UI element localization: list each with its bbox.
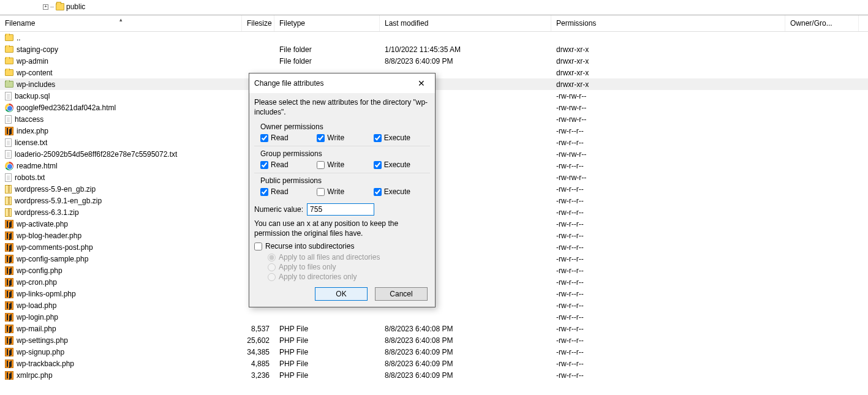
- public-write-checkbox[interactable]: Write: [317, 187, 373, 196]
- numeric-value-input[interactable]: [307, 203, 374, 216]
- owner-write-checkbox[interactable]: Write: [317, 134, 373, 142]
- file-name: wp-includes: [17, 80, 55, 89]
- php-icon: [5, 266, 13, 275]
- file-name: wp-admin: [17, 57, 48, 66]
- tree-expand-icon[interactable]: +: [43, 4, 48, 10]
- file-name: staging-copy: [17, 45, 58, 54]
- file-permissions: -rw-r--r--: [551, 266, 785, 275]
- file-modified: 1/10/2022 11:45:35 AM: [380, 45, 551, 54]
- group-permissions-group: Group permissions Read Write Execute: [254, 148, 430, 173]
- file-name: wp-links-opml.php: [17, 290, 76, 298]
- file-icon: [5, 173, 12, 182]
- file-permissions: drwxr-xr-x: [551, 45, 785, 54]
- group-permissions-label: Group permissions: [260, 149, 430, 158]
- table-row[interactable]: staging-copyFile folder1/10/2022 11:45:3…: [0, 43, 868, 55]
- file-icon: [5, 115, 12, 124]
- php-icon: [5, 348, 13, 356]
- public-read-checkbox[interactable]: Read: [260, 187, 317, 196]
- file-modified: 8/8/2023 6:40:09 PM: [380, 57, 551, 66]
- php-icon: [5, 220, 13, 228]
- header-permissions[interactable]: Permissions: [551, 15, 785, 31]
- tree-folder-label[interactable]: public: [66, 2, 85, 11]
- column-headers: Filename▴ Filesize Filetype Last modifie…: [0, 15, 868, 32]
- file-permissions: -rw-r--r--: [551, 359, 785, 368]
- group-write-checkbox[interactable]: Write: [317, 160, 373, 169]
- header-filesize[interactable]: Filesize: [242, 15, 274, 31]
- dialog-title-text: Change file attributes: [254, 79, 323, 88]
- file-name: wordpress-5.9.1-en_gb.zip: [15, 197, 102, 205]
- file-permissions: -rw-r--r--: [551, 127, 785, 135]
- permission-hint: You can use an x at any position to keep…: [254, 219, 430, 238]
- group-execute-checkbox[interactable]: Execute: [374, 160, 430, 169]
- php-icon: [5, 278, 13, 287]
- table-row[interactable]: ..: [0, 32, 868, 43]
- file-name: wp-signup.php: [17, 348, 64, 356]
- header-owner-group[interactable]: Owner/Gro...: [785, 15, 859, 31]
- file-permissions: -rw-r--r--: [551, 348, 785, 356]
- file-name: wp-settings.php: [17, 336, 68, 345]
- file-permissions: -rw-r--r--: [551, 290, 785, 298]
- php-icon: [5, 359, 13, 368]
- file-icon: [5, 150, 12, 159]
- table-row[interactable]: wp-settings.php25,602PHP File8/8/2023 6:…: [0, 334, 868, 346]
- file-name: robots.txt: [15, 173, 45, 182]
- file-modified: 8/8/2023 6:40:09 PM: [380, 359, 551, 368]
- file-permissions: -rw-r--r--: [551, 313, 785, 322]
- folder-icon: [56, 3, 64, 10]
- file-permissions: -rw-r--r--: [551, 208, 785, 217]
- file-name: wp-trackback.php: [17, 359, 74, 368]
- header-filename[interactable]: Filename▴: [0, 15, 242, 31]
- folder-icon: [5, 58, 13, 64]
- php-icon: [5, 255, 13, 263]
- file-name: wp-comments-post.php: [17, 243, 93, 252]
- table-row[interactable]: wp-adminFile folder8/8/2023 6:40:09 PMdr…: [0, 55, 868, 67]
- file-name: wordpress-5.9-en_gb.zip: [15, 185, 96, 194]
- file-type: PHP File: [274, 371, 380, 380]
- php-icon: [5, 301, 13, 310]
- public-permissions-label: Public permissions: [260, 176, 430, 185]
- public-permissions-group: Public permissions Read Write Execute: [254, 175, 430, 200]
- file-permissions: -rw-rw-r--: [551, 92, 785, 100]
- file-type: PHP File: [274, 336, 380, 345]
- cancel-button[interactable]: Cancel: [375, 287, 428, 301]
- chrome-icon: [5, 103, 13, 112]
- directory-tree[interactable]: + public: [0, 0, 868, 13]
- file-permissions: drwxr-xr-x: [551, 69, 785, 77]
- folder-g-icon: [5, 81, 13, 88]
- ok-button[interactable]: OK: [315, 287, 368, 301]
- dialog-titlebar[interactable]: Change file attributes ✕: [249, 73, 435, 93]
- table-row[interactable]: wp-trackback.php4,885PHP File8/8/2023 6:…: [0, 358, 868, 369]
- file-name: backup.sql: [15, 92, 50, 100]
- file-name: xmlrpc.php: [17, 371, 53, 380]
- file-permissions: -rw-rw-r--: [551, 115, 785, 124]
- folder-icon: [5, 46, 13, 53]
- owner-read-checkbox[interactable]: Read: [260, 134, 317, 142]
- recurse-checkbox[interactable]: Recurse into subdirectories: [254, 242, 430, 250]
- header-filetype[interactable]: Filetype: [274, 15, 380, 31]
- file-modified: 8/8/2023 6:40:08 PM: [380, 336, 551, 345]
- dialog-intro: Please select the new attributes for the…: [254, 98, 430, 117]
- table-row[interactable]: wp-signup.php34,385PHP File8/8/2023 6:40…: [0, 346, 868, 358]
- table-row[interactable]: wp-login.php-rw-r--r--: [0, 311, 868, 323]
- change-attributes-dialog: Change file attributes ✕ Please select t…: [249, 73, 436, 307]
- file-permissions: -rw-r--r--: [551, 162, 785, 170]
- group-read-checkbox[interactable]: Read: [260, 160, 317, 169]
- php-icon: [5, 231, 13, 240]
- php-icon: [5, 127, 13, 135]
- dialog-buttons: OK Cancel: [254, 287, 430, 301]
- file-name: wp-mail.php: [17, 325, 56, 333]
- owner-execute-checkbox[interactable]: Execute: [374, 134, 430, 142]
- file-permissions: -rw-r--r--: [551, 231, 785, 240]
- file-permissions: drwxr-xr-x: [551, 80, 785, 89]
- file-type: File folder: [274, 57, 380, 66]
- table-row[interactable]: wp-mail.php8,537PHP File8/8/2023 6:40:08…: [0, 323, 868, 334]
- header-last-modified[interactable]: Last modified: [380, 15, 551, 31]
- file-permissions: -rw-r--r--: [551, 220, 785, 228]
- radio-apply-all: Apply to all files and directories: [268, 253, 430, 261]
- owner-permissions-label: Owner permissions: [260, 122, 430, 131]
- table-row[interactable]: xmlrpc.php3,236PHP File8/8/2023 6:40:09 …: [0, 369, 868, 381]
- public-execute-checkbox[interactable]: Execute: [374, 187, 430, 196]
- close-icon[interactable]: ✕: [409, 77, 434, 89]
- file-permissions: -rw-r--r--: [551, 301, 785, 310]
- file-permissions: -rw-r--r--: [551, 336, 785, 345]
